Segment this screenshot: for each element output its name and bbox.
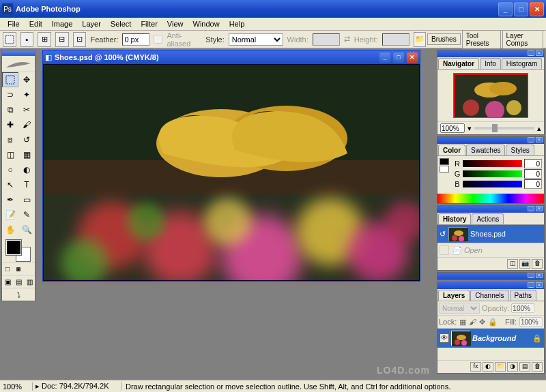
panel-close-icon[interactable]: × (536, 273, 543, 278)
layer-style-icon[interactable]: fx (470, 362, 481, 372)
notes-tool[interactable]: 📝 (2, 207, 18, 222)
doc-close-button[interactable]: ✕ (407, 52, 418, 63)
slice-tool[interactable]: ✂ (18, 102, 35, 117)
new-layer-icon[interactable]: ▤ (519, 362, 530, 372)
tab-navigator[interactable]: Navigator (438, 58, 479, 69)
dodge-tool[interactable]: ◐ (18, 162, 35, 177)
b-input[interactable] (524, 179, 542, 189)
panel-close-icon[interactable]: × (536, 50, 543, 56)
tab-history[interactable]: History (438, 213, 471, 224)
history-brush-tool[interactable]: ↺ (18, 132, 35, 147)
screen-standard-icon[interactable]: ▣ (2, 275, 13, 288)
collapsed-panel[interactable]: _ × (437, 272, 545, 280)
magic-wand-tool[interactable]: ✦ (18, 87, 35, 102)
crop-tool[interactable]: ⧉ (2, 102, 18, 117)
selection-add-icon[interactable]: ⊞ (38, 32, 51, 47)
well-tab-layercomps[interactable]: Layer Comps (502, 30, 543, 49)
new-snapshot-icon[interactable]: 📷 (519, 259, 530, 269)
screen-full-icon[interactable]: ▥ (24, 275, 35, 288)
menu-window[interactable]: Window (188, 18, 225, 29)
panel-close-icon[interactable]: × (536, 282, 543, 288)
panel-minimize-icon[interactable]: _ (528, 273, 534, 278)
doc-minimize-button[interactable]: _ (379, 52, 390, 63)
lasso-tool[interactable]: ⊃ (2, 87, 18, 102)
color-fg-swatch[interactable] (440, 158, 449, 165)
color-bg-swatch[interactable] (440, 166, 449, 172)
b-slider[interactable] (463, 181, 522, 187)
history-snapshot-row[interactable]: ↺ Shoes.psd (437, 225, 544, 243)
selection-intersect-icon[interactable]: ⊡ (73, 32, 87, 47)
tab-swatches[interactable]: Swatches (466, 145, 505, 155)
tab-channels[interactable]: Channels (470, 290, 508, 301)
lock-pixels-icon[interactable]: 🖌 (469, 318, 476, 326)
status-doc-size[interactable]: ▸ Doc: 794.2K/794.2K (33, 382, 121, 391)
panel-minimize-icon[interactable]: _ (528, 50, 534, 56)
layer-visibility-icon[interactable]: 👁 (440, 333, 449, 343)
lock-all-icon[interactable]: 🔒 (488, 318, 498, 327)
doc-maximize-button[interactable]: □ (393, 52, 404, 63)
lock-position-icon[interactable]: ✥ (479, 318, 485, 327)
menu-file[interactable]: File (3, 18, 25, 29)
g-slider[interactable] (463, 170, 522, 177)
selection-subtract-icon[interactable]: ⊟ (55, 32, 69, 47)
menu-layer[interactable]: Layer (77, 18, 106, 29)
quickmask-mode-icon[interactable]: ◙ (13, 262, 24, 275)
type-tool[interactable]: T (18, 177, 35, 192)
shape-tool[interactable]: ▭ (18, 192, 35, 207)
blur-tool[interactable]: ○ (2, 162, 18, 177)
window-maximize-button[interactable]: □ (514, 2, 528, 16)
screen-full-menubar-icon[interactable]: ▤ (13, 275, 24, 288)
gradient-tool[interactable]: ▦ (18, 147, 35, 162)
jump-to-imageready-icon[interactable]: ⤵ (2, 288, 35, 301)
menu-select[interactable]: Select (106, 18, 136, 29)
new-set-icon[interactable]: 📁 (495, 362, 506, 372)
history-state-open[interactable]: 📄 Open (437, 243, 544, 257)
panel-close-icon[interactable]: × (536, 206, 543, 211)
zoom-tool[interactable]: 🔍 (18, 222, 35, 237)
window-minimize-button[interactable]: _ (498, 2, 513, 16)
marquee-tool-icon[interactable] (3, 32, 16, 47)
file-browser-icon[interactable]: 📁 (414, 32, 426, 47)
zoom-in-icon[interactable]: ▴ (537, 124, 541, 133)
zoom-out-icon[interactable]: ▾ (468, 124, 472, 133)
foreground-color-swatch[interactable] (6, 240, 21, 255)
tab-styles[interactable]: Styles (506, 145, 534, 155)
g-input[interactable] (524, 169, 542, 179)
path-selection-tool[interactable]: ↖ (2, 177, 18, 192)
menu-help[interactable]: Help (225, 18, 250, 29)
marquee-tool[interactable] (2, 72, 18, 87)
brush-tool[interactable]: 🖌 (18, 117, 35, 132)
color-picker[interactable] (2, 237, 35, 262)
standard-mode-icon[interactable]: □ (2, 262, 13, 275)
navigator-thumbnail[interactable] (453, 73, 528, 118)
healing-brush-tool[interactable]: ✚ (2, 117, 18, 132)
clone-stamp-tool[interactable]: ⧈ (2, 132, 18, 147)
navigator-zoom-slider[interactable] (474, 127, 534, 130)
color-spectrum[interactable] (437, 194, 544, 203)
r-slider[interactable] (463, 160, 522, 167)
menu-filter[interactable]: Filter (136, 18, 162, 29)
selection-new-icon[interactable]: ▪ (20, 32, 34, 47)
well-tab-toolpresets[interactable]: Tool Presets (462, 30, 501, 49)
adjustment-layer-icon[interactable]: ◑ (507, 362, 518, 372)
well-tab-brushes[interactable]: Brushes (427, 33, 461, 45)
document-titlebar[interactable]: ◧ Shoes.psd @ 100% (CMYK/8) _ □ ✕ (43, 50, 420, 64)
status-zoom[interactable]: 100% (0, 382, 33, 391)
layer-mask-icon[interactable]: ◐ (483, 362, 493, 372)
panel-close-icon[interactable]: × (536, 137, 543, 142)
menu-edit[interactable]: Edit (25, 18, 47, 29)
hand-tool[interactable]: ✋ (2, 222, 18, 237)
eyedropper-tool[interactable]: ✎ (18, 207, 35, 222)
toolbox-handle[interactable] (2, 50, 35, 56)
new-doc-from-state-icon[interactable]: ◫ (507, 259, 518, 269)
window-close-button[interactable]: ✕ (530, 2, 544, 16)
delete-layer-icon[interactable]: 🗑 (532, 362, 543, 372)
menu-view[interactable]: View (162, 18, 188, 29)
r-input[interactable] (524, 159, 542, 168)
panel-minimize-icon[interactable]: _ (528, 282, 534, 288)
tab-paths[interactable]: Paths (510, 290, 537, 301)
tab-actions[interactable]: Actions (472, 213, 504, 224)
style-select[interactable]: Normal (229, 33, 283, 46)
menu-image[interactable]: Image (47, 18, 78, 29)
tab-color[interactable]: Color (438, 145, 465, 155)
